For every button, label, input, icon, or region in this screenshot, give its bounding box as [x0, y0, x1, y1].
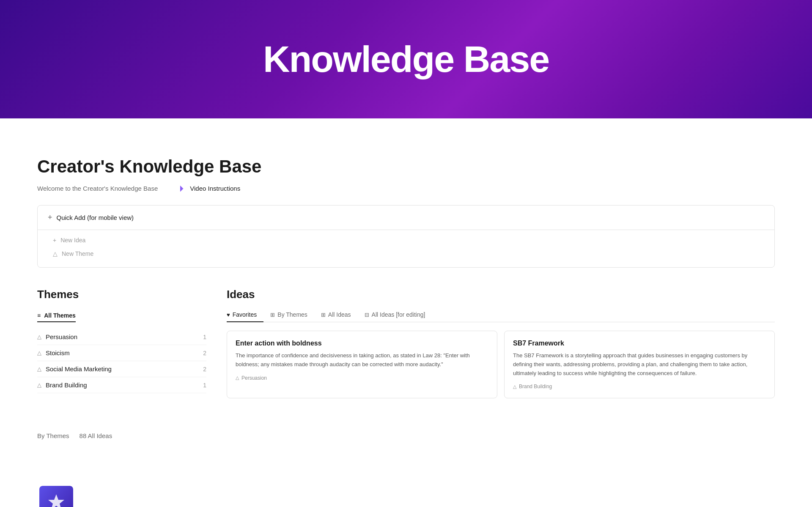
idea-card-sb7[interactable]: SB7 Framework The SB7 Framework is a sto… — [504, 331, 775, 398]
quick-add-items: + New Idea △ New Theme — [38, 230, 774, 267]
subtitle-text: Welcome to the Creator's Knowledge Base — [37, 185, 158, 192]
theme-name: Brand Building — [46, 381, 87, 389]
theme-name: Stoicism — [46, 349, 70, 356]
theme-name: Social Media Marketing — [46, 365, 112, 373]
tab-favorites[interactable]: ♥ Favorites — [227, 308, 263, 322]
theme-item-social-media[interactable]: △ Social Media Marketing 2 — [37, 361, 206, 377]
all-themes-tab[interactable]: ≡ All Themes — [37, 310, 76, 322]
bottom-tabs: By Themes 88 All Ideas — [37, 432, 112, 439]
tag-triangle-icon: △ — [513, 384, 516, 389]
bottom-area: By Themes 88 All Ideas — [0, 432, 812, 439]
new-theme-label: New Theme — [62, 250, 93, 257]
new-idea-item[interactable]: + New Idea — [53, 233, 764, 247]
card-tag-label: Brand Building — [519, 384, 552, 389]
theme-count: 1 — [203, 334, 206, 340]
page-content: Creator's Knowledge Base Welcome to the … — [0, 118, 812, 415]
table-icon: ⊟ — [365, 312, 369, 318]
new-theme-item[interactable]: △ New Theme — [53, 247, 764, 260]
all-themes-label: All Themes — [44, 312, 76, 319]
new-theme-icon: △ — [53, 250, 58, 257]
themes-list: △ Persuasion 1 △ Stoicism 2 △ Social Med — [37, 329, 206, 393]
theme-item-brand-building[interactable]: △ Brand Building 1 — [37, 377, 206, 393]
video-link-label: Video Instructions — [190, 185, 240, 192]
subtitle-row: Welcome to the Creator's Knowledge Base … — [37, 184, 775, 193]
quick-add-section: + Quick Add (for mobile view) + New Idea… — [37, 205, 775, 268]
card-title: SB7 Framework — [513, 340, 766, 347]
ideas-section-title: Ideas — [227, 288, 775, 301]
quick-add-header[interactable]: + Quick Add (for mobile view) — [38, 206, 774, 230]
header-banner: Knowledge Base — [0, 0, 812, 118]
card-tag: △ Brand Building — [513, 384, 766, 389]
card-tag: △ Persuasion — [236, 375, 488, 381]
bottom-tab-all-ideas[interactable]: 88 All Ideas — [80, 432, 112, 439]
tab-by-themes-label: By Themes — [277, 311, 307, 318]
tab-all-ideas-label: All Ideas — [328, 311, 351, 318]
triangle-icon: △ — [37, 366, 41, 372]
heart-icon: ♥ — [227, 312, 230, 318]
tab-favorites-label: Favorites — [233, 311, 257, 318]
tab-by-themes[interactable]: ⊞ By Themes — [263, 308, 314, 322]
triangle-icon: △ — [37, 334, 41, 340]
header-title: Knowledge Base — [263, 38, 549, 81]
card-tag-label: Persuasion — [241, 375, 267, 381]
themes-section-title: Themes — [37, 288, 206, 301]
idea-card-boldness[interactable]: Enter action with boldness The importanc… — [227, 331, 497, 398]
list-icon: ≡ — [37, 312, 41, 319]
plus-icon: + — [48, 213, 52, 222]
themes-section: Themes ≡ All Themes △ Persuasion 1 △ Sto… — [37, 288, 206, 398]
triangle-icon: △ — [37, 382, 41, 388]
card-description: The importance of confidence and decisiv… — [236, 351, 488, 369]
theme-count: 2 — [203, 366, 206, 373]
new-idea-icon: + — [53, 237, 56, 244]
theme-count: 1 — [203, 382, 206, 389]
ideas-section: Ideas ♥ Favorites ⊞ By Themes ⊞ All Idea… — [227, 288, 775, 398]
main-two-col: Themes ≡ All Themes △ Persuasion 1 △ Sto… — [37, 288, 775, 398]
theme-count: 2 — [203, 350, 206, 356]
theme-item-stoicism[interactable]: △ Stoicism 2 — [37, 345, 206, 361]
theme-name: Persuasion — [46, 333, 77, 340]
tab-all-ideas-editing[interactable]: ⊟ All Ideas [for editing] — [358, 308, 432, 322]
video-instructions-link[interactable]: ⏵ Video Instructions — [178, 184, 240, 193]
quick-add-title: Quick Add (for mobile view) — [57, 214, 134, 221]
theme-item-persuasion[interactable]: △ Persuasion 1 — [37, 329, 206, 345]
card-title: Enter action with boldness — [236, 340, 488, 347]
tab-all-ideas[interactable]: ⊞ All Ideas — [314, 308, 358, 322]
play-icon: ⏵ — [178, 184, 187, 193]
grid-icon: ⊞ — [270, 312, 275, 318]
cards-grid: Enter action with boldness The importanc… — [227, 331, 775, 398]
page-icon — [37, 484, 75, 507]
bottom-tab-by-themes[interactable]: By Themes — [37, 432, 69, 439]
new-idea-label: New Idea — [60, 237, 85, 244]
page-title: Creator's Knowledge Base — [37, 156, 775, 177]
ideas-tabs: ♥ Favorites ⊞ By Themes ⊞ All Ideas ⊟ Al… — [227, 308, 775, 322]
triangle-icon: △ — [37, 350, 41, 356]
tab-all-ideas-editing-label: All Ideas [for editing] — [372, 311, 425, 318]
tag-triangle-icon: △ — [236, 375, 239, 381]
bookmark-star-icon — [39, 486, 73, 507]
grid-icon-2: ⊞ — [321, 312, 326, 318]
card-description: The SB7 Framework is a storytelling appr… — [513, 351, 766, 378]
